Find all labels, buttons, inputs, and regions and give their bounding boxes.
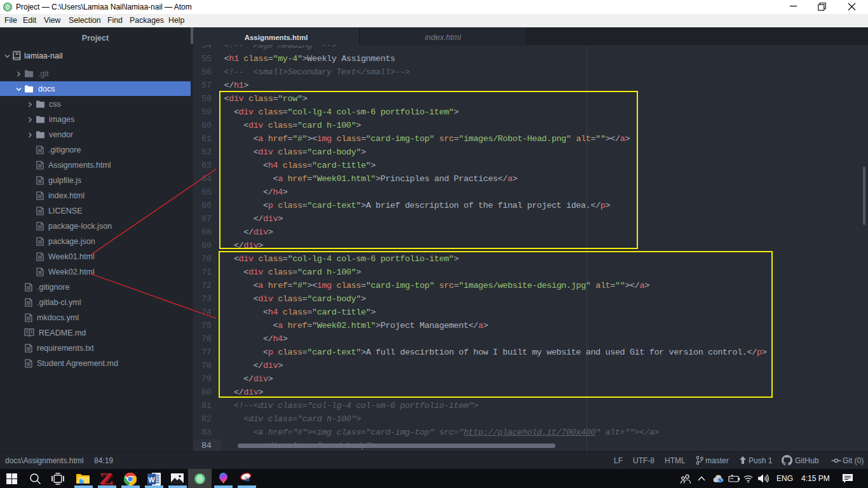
- svg-text:W: W: [148, 476, 155, 484]
